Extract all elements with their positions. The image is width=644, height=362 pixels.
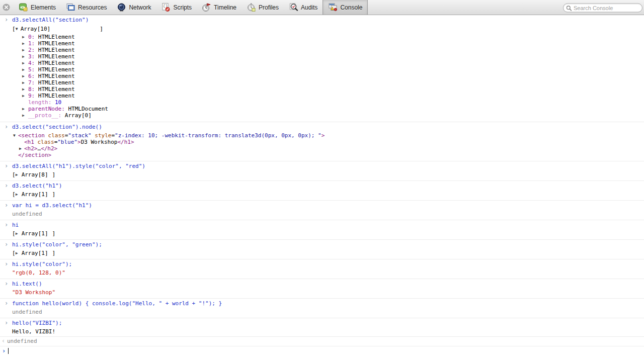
console-dom-line: ▼<section class="stack" style="z-index: … — [0, 131, 644, 139]
text-segment: Array[1] — [22, 191, 48, 198]
console-array-item: ▶6: HTMLElement — [0, 73, 644, 79]
tab-profiles[interactable]: Profiles — [242, 0, 284, 15]
text-segment: "blue" — [57, 139, 77, 145]
text-segment: hi — [12, 222, 19, 228]
text-segment: class — [38, 139, 54, 145]
console-array-item: ▶1: HTMLElement — [0, 40, 644, 47]
tab-elements[interactable]: <>Elements — [14, 0, 61, 15]
expand-triangle-icon[interactable]: ▶ — [16, 171, 22, 178]
console-command: ›function hello(world) { console.log("He… — [0, 299, 644, 308]
search-console-container — [563, 3, 642, 12]
text-segment: [ — [12, 230, 16, 237]
console-array-item: ▶5: HTMLElement — [0, 66, 644, 73]
text-segment: Array[10] — [21, 26, 51, 32]
console-log-message: Hello, VIZBI! — [0, 327, 644, 337]
tab-audits[interactable]: Audits — [284, 0, 323, 15]
search-console-input[interactable] — [563, 3, 642, 12]
console-array-item: ▶parentNode: HTMLDocument — [0, 106, 644, 112]
audits-icon — [289, 3, 298, 12]
text-segment: hi.style("color", "green"); — [12, 241, 102, 248]
expand-triangle-icon[interactable]: ▶ — [22, 106, 28, 112]
command-caret-icon: › — [5, 222, 12, 228]
text-segment: </section> — [18, 152, 51, 158]
text-segment: var hi = d3.select("h1") — [12, 202, 92, 209]
command-caret-icon: › — [5, 124, 12, 130]
text-segment: <section — [18, 132, 45, 139]
expand-triangle-icon[interactable]: ▶ — [22, 40, 28, 47]
resources-icon — [66, 3, 75, 12]
console-dom-line: <h1 class="blue">D3 Workshop</h1> — [0, 139, 644, 145]
text-segment: ] — [100, 26, 103, 32]
text-segment: [ — [12, 191, 16, 198]
console-result: undefined — [0, 308, 644, 318]
console-result: "D3 Workshop" — [0, 288, 644, 299]
expand-triangle-icon[interactable]: ▶ — [16, 250, 22, 256]
expand-triangle-icon[interactable]: ▶ — [22, 53, 28, 60]
text-segment: </h2> — [41, 145, 57, 152]
expand-triangle-icon[interactable]: ▶ — [22, 112, 28, 119]
text-segment: 1: — [28, 40, 35, 47]
collapse-triangle-icon[interactable]: ▼ — [16, 26, 21, 32]
console-command: ›hello("VIZBI"); — [0, 318, 644, 327]
expand-triangle-icon[interactable]: ▶ — [22, 47, 28, 53]
expand-triangle-icon[interactable]: ▶ — [16, 230, 22, 237]
tab-resources[interactable]: Resources — [61, 0, 112, 15]
expand-triangle-icon[interactable]: ▶ — [22, 66, 28, 73]
text-segment: d3.select("h1") — [12, 183, 62, 189]
expand-triangle-icon[interactable]: ▶ — [22, 86, 28, 93]
tab-label: Timeline — [214, 4, 236, 11]
text-cursor — [8, 348, 9, 354]
text-segment: __proto__: — [28, 112, 61, 119]
text-segment: d3.select("section").node() — [12, 124, 102, 130]
text-segment: Array[1] — [22, 230, 48, 237]
text-segment: d3.selectAll("section") — [12, 17, 89, 23]
expand-triangle-icon[interactable]: ▶ — [22, 60, 28, 66]
expand-triangle-icon[interactable]: ▶ — [16, 191, 22, 198]
text-segment: [ — [12, 171, 16, 178]
tab-timeline[interactable]: Timeline — [197, 0, 242, 15]
console-prompt[interactable]: › — [0, 346, 644, 356]
console-result: undefined — [0, 210, 644, 220]
console-dom-line: </section> — [0, 152, 644, 161]
devtools-window: <>ElementsResourcesNetwork{}ScriptsTimel… — [0, 0, 644, 356]
text-segment: > — [77, 139, 81, 145]
text-segment: "stack" — [68, 132, 91, 139]
tab-console[interactable]: Console — [323, 0, 368, 15]
timeline-icon — [202, 3, 211, 12]
tab-scripts[interactable]: {}Scripts — [156, 0, 197, 15]
command-caret-icon: › — [5, 183, 12, 189]
text-segment: HTMLElement — [35, 66, 74, 73]
collapse-triangle-icon[interactable]: ▼ — [13, 132, 18, 139]
console-icon — [328, 3, 338, 12]
console-array-item: ▶0: HTMLElement — [0, 34, 644, 40]
text-segment: HTMLElement — [35, 79, 74, 86]
console-result: [▶Array[1]] — [0, 229, 644, 240]
expand-triangle-icon[interactable]: ▶ — [22, 79, 28, 86]
console-result: "rgb(0, 128, 0)" — [0, 268, 644, 279]
text-segment: 5: — [28, 66, 35, 73]
text-segment: 3: — [28, 53, 35, 60]
close-devtools-button[interactable] — [0, 0, 14, 15]
console-array-item: ▶__proto__: Array[0] — [0, 112, 644, 122]
text-segment: HTMLElement — [35, 86, 74, 93]
text-segment: 8: — [28, 86, 35, 93]
expand-triangle-icon[interactable]: ▶ — [22, 34, 28, 40]
text-segment: <h1 — [24, 139, 34, 145]
console-command: ›var hi = d3.select("h1") — [0, 201, 644, 210]
devtools-toolbar: <>ElementsResourcesNetwork{}ScriptsTimel… — [0, 0, 644, 15]
text-segment: undefined — [7, 338, 37, 344]
tab-network[interactable]: Network — [112, 0, 156, 15]
text-segment: 10 — [51, 99, 61, 106]
text-segment: class — [48, 132, 65, 139]
text-segment: HTMLElement — [35, 93, 74, 99]
command-caret-icon: › — [5, 163, 12, 169]
command-caret-icon: › — [5, 17, 12, 23]
expand-triangle-icon[interactable]: ▶ — [22, 73, 28, 79]
expand-triangle-icon[interactable]: ▶ — [19, 145, 24, 152]
text-segment: hi.text() — [12, 281, 42, 287]
expand-triangle-icon[interactable]: ▶ — [22, 93, 28, 99]
text-segment: > — [321, 132, 325, 139]
console-array-item: ▶7: HTMLElement — [0, 79, 644, 86]
console-array-item: ▶9: HTMLElement — [0, 93, 644, 99]
text-segment: "z-index: 10; -webkit-transform: transla… — [115, 132, 321, 139]
